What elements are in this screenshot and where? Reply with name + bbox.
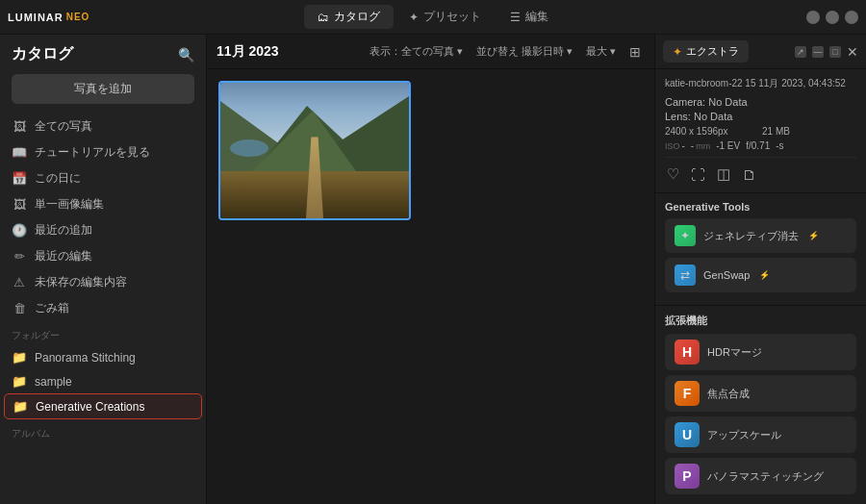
sidebar-item-trash[interactable]: 🗑 ごみ箱	[4, 295, 202, 321]
title-bar-right	[806, 11, 858, 24]
shutter-label: -s	[776, 140, 783, 151]
folder-item-panorama[interactable]: 📁 Panorama Stitching	[4, 345, 202, 369]
sidebar-item-label: チュートリアルを見る	[35, 144, 150, 161]
sidebar-item-today[interactable]: 📅 この日に	[4, 165, 202, 191]
size-chevron-icon: ▾	[610, 45, 616, 58]
sidebar-item-recent-add[interactable]: 🕐 最近の追加	[4, 217, 202, 243]
catalog-tab[interactable]: 🗂 カタログ	[304, 5, 394, 29]
folder-item-sample[interactable]: 📁 sample	[4, 369, 202, 393]
sidebar-item-label: この日に	[35, 170, 81, 187]
folders-section-label: フォルダー	[0, 321, 206, 345]
main-layout: カタログ 🔍 写真を追加 🖼 全ての写真 📖 チュートリアルを見る 📅 この日に…	[0, 35, 866, 504]
info-button[interactable]: 🗋	[740, 164, 758, 185]
content-area: 11月 2023 表示：全ての写真 ▾ 並び替え 撮影日時 ▾ 最大 ▾ ⊞	[207, 35, 654, 504]
close-button[interactable]	[845, 11, 858, 24]
upscale-button[interactable]: U アップスケール	[665, 416, 856, 453]
toolbar-right: 表示：全ての写真 ▾ 並び替え 撮影日時 ▾ 最大 ▾ ⊞	[366, 42, 645, 62]
share-button[interactable]: ↗	[795, 46, 806, 58]
folder-item-generative[interactable]: 📁 Generative Creations	[4, 393, 202, 419]
single-edit-icon: 🖼	[12, 197, 27, 212]
folder-label: Generative Creations	[36, 400, 144, 414]
albums-section-label: アルバム	[0, 419, 206, 443]
size-dropdown[interactable]: 最大 ▾	[582, 42, 620, 61]
heart-button[interactable]: ♡	[665, 164, 681, 185]
filesize-spec: 21 MB	[762, 126, 856, 137]
gen-erase-button[interactable]: ✦ ジェネレティブ消去 ⚡	[665, 218, 856, 253]
sidebar-item-tutorials[interactable]: 📖 チュートリアルを見る	[4, 139, 202, 165]
genswap-icon: ⇄	[675, 265, 696, 286]
lens-label: Lens: No Data	[665, 111, 732, 122]
ev-label: -1 EV	[716, 140, 740, 151]
logo-luminar-text: LUMINAR	[8, 12, 64, 23]
preset-tab-icon: ✦	[409, 11, 419, 24]
trash-icon: 🗑	[12, 301, 27, 315]
photo-thumbnail[interactable]	[218, 81, 411, 220]
fstop-item: f/0.71	[746, 140, 770, 151]
sidebar-item-unsaved[interactable]: ⚠ 未保存の編集内容	[4, 269, 202, 295]
preset-tab-label: プリセット	[423, 9, 481, 25]
lens-info: Lens: No Data	[665, 111, 856, 122]
search-icon[interactable]: 🔍	[178, 47, 194, 63]
sidebar-header: カタログ 🔍	[0, 35, 206, 70]
lightning-badge-1: ⚡	[808, 231, 819, 240]
content-toolbar: 11月 2023 表示：全ての写真 ▾ 並び替え 撮影日時 ▾ 最大 ▾ ⊞	[207, 35, 654, 69]
sidebar-item-recent-edit[interactable]: ✏ 最近の編集	[4, 243, 202, 269]
logo-neo-text: NEO	[66, 12, 90, 22]
camera-label: Camera: No Data	[665, 96, 748, 108]
title-bar-center: 🗂 カタログ ✦ プリセット ☰ 編集	[304, 5, 562, 29]
tutorials-icon: 📖	[12, 145, 27, 160]
today-icon: 📅	[12, 171, 27, 186]
view-label: 表示：全ての写真	[369, 44, 454, 59]
add-photo-button[interactable]: 写真を追加	[12, 74, 194, 104]
sidebar-item-label: 未保存の編集内容	[35, 274, 127, 290]
edit-tab[interactable]: ☰ 編集	[497, 5, 562, 29]
extra-tab[interactable]: ✦ エクストラ	[663, 40, 749, 63]
extra-tab-label: エクストラ	[686, 44, 739, 59]
pano-button[interactable]: P パノラマスティッチング	[665, 458, 856, 494]
sort-dropdown[interactable]: 並び替え 撮影日時 ▾	[472, 42, 576, 61]
tools-section-title: Generative Tools	[665, 201, 856, 213]
focus-label: 焦点合成	[707, 387, 750, 401]
sidebar-item-single-edit[interactable]: 🖼 単一画像編集	[4, 191, 202, 217]
grid-view-button[interactable]: ⊞	[625, 42, 645, 62]
iso-item: ISO -	[665, 140, 685, 151]
iso-label: ISO	[665, 141, 680, 151]
crop-button[interactable]: ⛶	[689, 164, 707, 185]
panel-close-button[interactable]: ✕	[847, 44, 858, 60]
panel-maximize-button[interactable]: □	[829, 46, 841, 58]
hdr-button[interactable]: H HDRマージ	[665, 334, 856, 370]
tools-section: Generative Tools ✦ ジェネレティブ消去 ⚡ ⇄ GenSwap…	[655, 193, 866, 306]
panel-minimize-button[interactable]: —	[812, 46, 824, 58]
photo-thumb-inner	[220, 83, 409, 218]
sidebar-item-label: ごみ箱	[35, 300, 69, 316]
iso-value: -	[682, 140, 685, 151]
mm-label: mm	[696, 141, 710, 151]
focus-button[interactable]: F 焦点合成	[665, 375, 856, 412]
focus-icon: F	[675, 381, 700, 406]
hdr-label: HDRマージ	[707, 345, 762, 360]
unsaved-icon: ⚠	[12, 275, 27, 290]
compare-button[interactable]: ◫	[715, 164, 732, 185]
genswap-button[interactable]: ⇄ GenSwap ⚡	[665, 258, 856, 292]
sidebar-item-label: 単一画像編集	[35, 196, 104, 213]
right-panel: ✦ エクストラ ↗ — □ ✕ katie-mcbroom-22 15 11月 …	[654, 35, 866, 504]
folder-icon: 📁	[13, 399, 28, 414]
exif-row: ISO - - mm -1 EV f/0.71 -s	[665, 140, 856, 151]
view-dropdown[interactable]: 表示：全ての写真 ▾	[366, 42, 467, 61]
preset-tab[interactable]: ✦ プリセット	[395, 5, 495, 29]
minimize-button[interactable]	[806, 11, 820, 24]
sidebar-title: カタログ	[12, 44, 73, 64]
extra-icon: ✦	[673, 45, 682, 59]
date-label: 11月 2023	[216, 43, 279, 61]
recent-edit-icon: ✏	[12, 249, 27, 264]
gen-erase-icon: ✦	[675, 225, 696, 246]
app-logo: LUMINAR NEO	[8, 12, 89, 23]
hdr-icon: H	[675, 340, 700, 365]
view-chevron-icon: ▾	[457, 45, 463, 58]
camera-info: Camera: No Data	[665, 96, 856, 108]
maximize-button[interactable]	[826, 11, 839, 24]
recent-add-icon: 🕐	[12, 223, 27, 238]
sidebar-item-all-photos[interactable]: 🖼 全ての写真	[4, 113, 202, 139]
right-panel-tabs: ✦ エクストラ ↗ — □ ✕	[655, 35, 866, 69]
sort-chevron-icon: ▾	[567, 45, 573, 58]
